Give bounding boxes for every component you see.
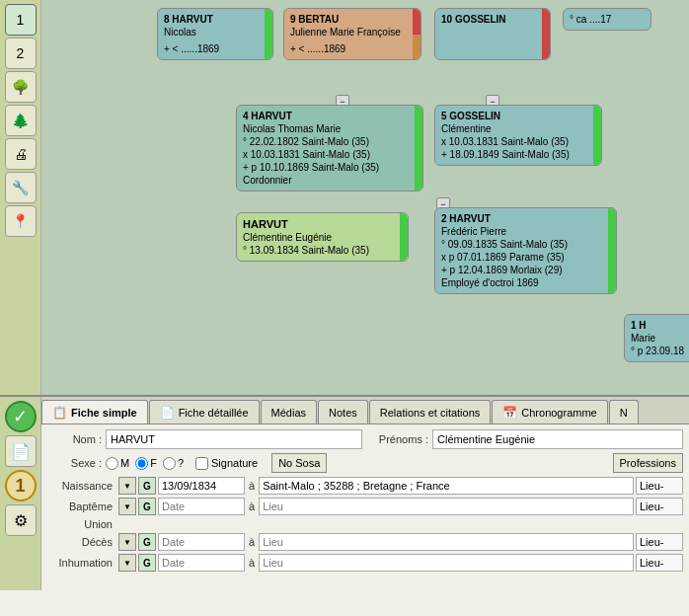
inhumation-lieu-right: [636, 554, 683, 572]
prenoms-label: Prénoms :: [374, 433, 428, 445]
person-id-8: 8 HARVUT: [164, 13, 213, 26]
person-box-4[interactable]: 4 HARVUT Nicolas Thomas Marie ° 22.02.18…: [236, 105, 423, 192]
inhumation-row: Inhumation ▼ G à: [47, 554, 683, 572]
signature-checkbox[interactable]: [195, 457, 208, 470]
person-box-10[interactable]: 10 GOSSELIN: [434, 8, 551, 60]
deces-g-btn[interactable]: G: [138, 533, 156, 551]
sexe-radio-group: M F ?: [106, 457, 184, 470]
deces-lieu[interactable]: [259, 533, 634, 551]
form-content: Nom : Prénoms : Sexe : M F ?: [41, 424, 689, 579]
person-birth-4: ° 22.02.1802 Saint-Malo (35): [243, 135, 411, 148]
inhumation-lieu[interactable]: [259, 554, 634, 572]
naissance-label: Naissance: [47, 480, 116, 492]
tabs-bar: 📋 Fiche simple 📄 Fiche détaillée Médias …: [0, 397, 689, 424]
person-box-main[interactable]: HARVUT Clémentine Eugénie ° 13.09.1834 S…: [236, 212, 409, 262]
bapteme-lieu[interactable]: [259, 498, 634, 515]
inhumation-label: Inhumation: [47, 557, 116, 569]
naissance-lieu[interactable]: [259, 477, 634, 495]
sidebar-btn-2[interactable]: 2: [5, 38, 37, 69]
no-sosa-button[interactable]: No Sosa: [271, 453, 327, 473]
sidebar-btn-map[interactable]: 📍: [5, 205, 37, 237]
tab-relations-label: Relations et citations: [380, 407, 481, 419]
person-marr-2: x p 07.01.1869 Parame (35): [441, 251, 604, 264]
prenoms-input[interactable]: [432, 429, 683, 449]
person-box-9[interactable]: 9 BERTAU Julienne Marie Françoise + < ..…: [283, 8, 421, 60]
document-button[interactable]: 📄: [5, 435, 37, 467]
bapteme-g-btn[interactable]: G: [138, 498, 156, 515]
tree-area: 8 HARVUT Nicolas + < ......1869 9 BERTAU…: [41, 0, 689, 395]
naissance-row: Naissance ▼ G à: [47, 477, 683, 495]
inhumation-dropdown[interactable]: ▼: [118, 554, 136, 572]
map-icon: 📍: [12, 213, 29, 229]
tab-medias-label: Médias: [271, 407, 306, 419]
bapteme-dropdown[interactable]: ▼: [118, 498, 136, 515]
person-marr-4: x 10.03.1831 Saint-Malo (35): [243, 148, 411, 161]
tab-n[interactable]: N: [609, 400, 639, 424]
bapteme-label: Baptême: [47, 500, 116, 512]
tab-fiche-simple[interactable]: 📋 Fiche simple: [41, 400, 148, 424]
person-given-9: Julienne Marie Françoise: [290, 26, 409, 38]
deces-dropdown[interactable]: ▼: [118, 533, 136, 551]
tab-relations[interactable]: Relations et citations: [369, 400, 492, 424]
person-id-10: 10 GOSSELIN: [441, 13, 538, 26]
deces-lieu-right: [636, 533, 683, 551]
tab-fiche-detaillee[interactable]: 📄 Fiche détaillée: [149, 400, 260, 424]
person-id-1h: 1 H: [631, 319, 689, 332]
person-given-main: Clémentine Eugénie: [243, 231, 396, 244]
sexe-q-label: ?: [163, 457, 184, 470]
tab-fiche-simple-label: Fiche simple: [71, 407, 137, 419]
person-box-5[interactable]: 5 GOSSELIN Clémentine x 10.03.1831 Saint…: [434, 105, 602, 166]
professions-button[interactable]: Professions: [613, 453, 683, 473]
nom-input[interactable]: [106, 429, 362, 449]
sexe-row: Sexe : M F ? Signature No Sos: [47, 453, 683, 473]
naissance-date[interactable]: [158, 477, 245, 495]
tree2-icon: 🌲: [12, 113, 29, 128]
person-given-2: Frédéric Pierre: [441, 225, 604, 238]
sidebar-btn-tools[interactable]: 🔧: [5, 172, 37, 203]
tab-notes[interactable]: Notes: [318, 400, 368, 424]
person-death-2: + p 12.04.1869 Morlaix (29): [441, 264, 604, 276]
tab-notes-label: Notes: [329, 407, 357, 419]
person-id-11: ° ca ....17: [570, 13, 645, 26]
sidebar-btn-1[interactable]: 1: [5, 4, 37, 36]
person-id-4: 4 HARVUT: [243, 110, 411, 122]
sexe-f-label: F: [135, 457, 157, 470]
bapteme-row: Baptême ▼ G à: [47, 498, 683, 515]
sexe-label: Sexe :: [47, 457, 102, 469]
person-events-8: + < ......1869: [164, 42, 261, 55]
inhumation-g-btn[interactable]: G: [138, 554, 156, 572]
sidebar-btn-tree2[interactable]: 🌲: [5, 105, 37, 136]
bapteme-a: à: [249, 500, 255, 512]
sexe-m-radio[interactable]: [106, 457, 118, 470]
sidebar-btn-tree[interactable]: 🌳: [5, 71, 37, 103]
sidebar: 1 2 🌳 🌲 🖨 🔧 📍: [0, 0, 41, 395]
gear-button[interactable]: ⚙: [5, 504, 37, 536]
chronogramme-icon: 📅: [502, 406, 517, 420]
person-box-1h[interactable]: 1 H Marie ° p 23.09.18: [624, 314, 689, 362]
inhumation-date[interactable]: [158, 554, 245, 572]
person-box-2[interactable]: 2 HARVUT Frédéric Pierre ° 09.09.1835 Sa…: [434, 207, 617, 294]
person-given-1h: Marie: [631, 332, 689, 345]
num1-button[interactable]: 1: [5, 470, 37, 501]
person-given-4: Nicolas Thomas Marie: [243, 122, 411, 135]
naissance-dropdown[interactable]: ▼: [118, 477, 136, 495]
deces-row: Décès ▼ G à: [47, 533, 683, 551]
check-button[interactable]: ✓: [5, 401, 37, 432]
nom-row: Nom : Prénoms :: [47, 429, 683, 449]
sexe-f-radio[interactable]: [135, 457, 148, 470]
deces-date[interactable]: [158, 533, 245, 551]
person-box-8[interactable]: 8 HARVUT Nicolas + < ......1869: [157, 8, 273, 60]
bapteme-date[interactable]: [158, 498, 245, 515]
sidebar-btn-print[interactable]: 🖨: [5, 138, 37, 170]
person-birth-2: ° 09.09.1835 Saint-Malo (35): [441, 238, 604, 251]
person-birth-main: ° 13.09.1834 Saint-Malo (35): [243, 244, 396, 257]
person-box-11[interactable]: ° ca ....17: [563, 8, 651, 31]
sexe-q-radio[interactable]: [163, 457, 176, 470]
print-icon: 🖨: [14, 146, 28, 162]
naissance-g-btn[interactable]: G: [138, 477, 156, 495]
tab-medias[interactable]: Médias: [261, 400, 317, 424]
person-id-2: 2 HARVUT: [441, 212, 604, 225]
tab-chronogramme[interactable]: 📅 Chronogramme: [492, 400, 607, 424]
bottom-sidebar: ✓ 📄 1 ⚙: [0, 397, 41, 590]
bottom-panel: 📋 Fiche simple 📄 Fiche détaillée Médias …: [0, 395, 689, 616]
